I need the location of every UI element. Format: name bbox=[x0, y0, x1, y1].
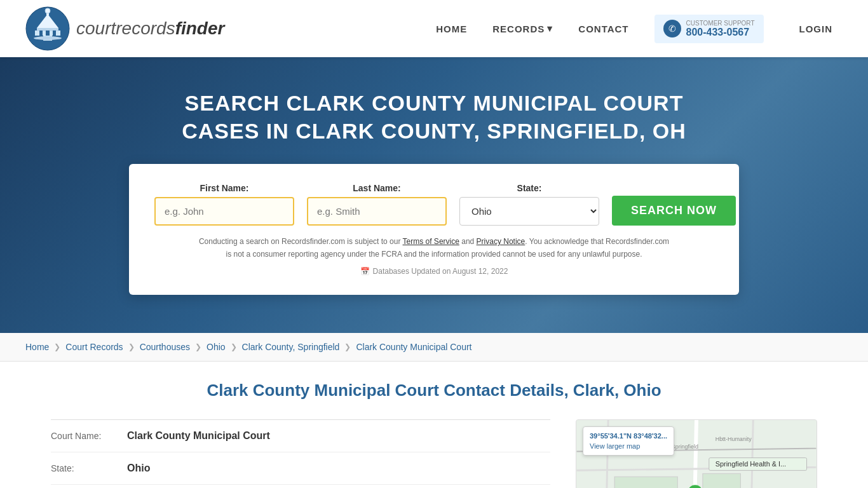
breadcrumb: Home ❯ Court Records ❯ Courthouses ❯ Ohi… bbox=[0, 333, 868, 362]
support-box: ✆ CUSTOMER SUPPORT 800-433-0567 bbox=[654, 15, 764, 43]
svg-point-7 bbox=[45, 8, 50, 13]
search-button[interactable]: SEARCH NOW bbox=[612, 196, 736, 226]
breadcrumb-ohio[interactable]: Ohio bbox=[207, 342, 226, 352]
svg-rect-9 bbox=[46, 30, 50, 36]
logo-area: courtrecordsfinder bbox=[25, 6, 436, 51]
support-phone[interactable]: 800-433-0567 bbox=[686, 27, 750, 37]
svg-rect-21 bbox=[614, 477, 677, 488]
chevron-down-icon: ▾ bbox=[547, 23, 553, 34]
header: courtrecordsfinder HOME RECORDS ▾ CONTAC… bbox=[0, 0, 868, 57]
hero-title: SEARCH CLARK COUNTY MUNICIPAL COURT CASE… bbox=[180, 89, 688, 145]
search-disclaimer: Conducting a search on Recordsfinder.com… bbox=[196, 236, 672, 260]
db-updated-text: Databases Updated on August 12, 2022 bbox=[373, 267, 508, 276]
svg-point-11 bbox=[34, 36, 62, 40]
svg-rect-22 bbox=[703, 473, 741, 488]
breadcrumb-home[interactable]: Home bbox=[25, 342, 49, 352]
logo-icon bbox=[25, 6, 70, 51]
support-label: CUSTOMER SUPPORT bbox=[686, 20, 755, 27]
breadcrumb-sep-2: ❯ bbox=[128, 342, 135, 351]
breadcrumb-courthouses[interactable]: Courthouses bbox=[140, 342, 190, 352]
state-detail-value: Ohio bbox=[127, 463, 150, 474]
main-content: Clark County Municipal Court Contact Det… bbox=[0, 362, 868, 488]
view-larger-map-link[interactable]: View larger map bbox=[590, 442, 640, 450]
breadcrumb-clark-county[interactable]: Clark County, Springfield bbox=[242, 342, 340, 352]
nav-home[interactable]: HOME bbox=[436, 24, 467, 34]
last-name-field-group: Last Name: bbox=[307, 183, 447, 226]
nav-records[interactable]: RECORDS ▾ bbox=[492, 23, 553, 34]
state-row: State: Ohio bbox=[51, 452, 550, 485]
court-name-label: Court Name: bbox=[51, 431, 121, 441]
last-name-label: Last Name: bbox=[307, 183, 447, 193]
nav-login[interactable]: LOGIN bbox=[789, 18, 843, 39]
first-name-field-group: First Name: bbox=[154, 183, 294, 226]
logo-text: courtrecordsfinder bbox=[76, 18, 224, 39]
logo-regular-text: courtrecords bbox=[76, 18, 175, 38]
last-name-input[interactable] bbox=[307, 197, 447, 226]
main-nav: HOME RECORDS ▾ CONTACT ✆ CUSTOMER SUPPOR… bbox=[436, 15, 843, 43]
section-title: Clark County Municipal Court Contact Det… bbox=[51, 381, 817, 400]
state-label: State: bbox=[459, 183, 599, 193]
headphone-icon: ✆ bbox=[663, 20, 681, 37]
support-text: CUSTOMER SUPPORT 800-433-0567 bbox=[686, 20, 755, 38]
map-coords: 39°55'34.1"N 83°48'32... bbox=[590, 432, 667, 440]
breadcrumb-court-records[interactable]: Court Records bbox=[65, 342, 123, 352]
details-map-row: Court Name: Clark County Municipal Court… bbox=[51, 419, 817, 488]
search-fields: First Name: Last Name: State: Ohio Alaba… bbox=[154, 183, 714, 226]
calendar-icon: 📅 bbox=[360, 267, 370, 276]
hero-section: SEARCH CLARK COUNTY MUNICIPAL COURT CASE… bbox=[0, 57, 868, 333]
court-name-row: Court Name: Clark County Municipal Court bbox=[51, 420, 550, 452]
breadcrumb-sep-4: ❯ bbox=[231, 342, 237, 351]
state-detail-label: State: bbox=[51, 463, 121, 473]
state-field-group: State: Ohio Alabama Alaska Arizona Arkan… bbox=[459, 183, 599, 226]
details-table: Court Name: Clark County Municipal Court… bbox=[51, 419, 550, 485]
tos-link[interactable]: Terms of Service bbox=[403, 237, 459, 246]
first-name-input[interactable] bbox=[154, 197, 294, 226]
svg-rect-10 bbox=[53, 30, 56, 36]
map-area: Springfield Health & I... E North St Uni… bbox=[576, 419, 817, 488]
nav-records-label: RECORDS bbox=[492, 24, 545, 34]
nav-contact[interactable]: CONTACT bbox=[578, 24, 628, 34]
map-tooltip: 39°55'34.1"N 83°48'32... View larger map bbox=[583, 426, 674, 456]
breadcrumb-sep-1: ❯ bbox=[54, 342, 60, 351]
svg-rect-8 bbox=[39, 30, 43, 36]
state-select[interactable]: Ohio Alabama Alaska Arizona Arkansas Cal… bbox=[459, 197, 599, 226]
svg-text:Springfield Health & I...: Springfield Health & I... bbox=[715, 460, 786, 468]
hero-content: SEARCH CLARK COUNTY MUNICIPAL COURT CASE… bbox=[25, 89, 843, 295]
breadcrumb-current: Clark County Municipal Court bbox=[356, 342, 471, 352]
db-updated: 📅 Databases Updated on August 12, 2022 bbox=[154, 267, 714, 276]
search-box: First Name: Last Name: State: Ohio Alaba… bbox=[129, 164, 739, 294]
logo-bold-text: finder bbox=[175, 18, 225, 38]
first-name-label: First Name: bbox=[154, 183, 294, 193]
breadcrumb-sep-3: ❯ bbox=[195, 342, 201, 351]
breadcrumb-sep-5: ❯ bbox=[344, 342, 351, 351]
court-name-value: Clark County Municipal Court bbox=[127, 430, 270, 442]
privacy-link[interactable]: Privacy Notice bbox=[477, 237, 526, 246]
svg-text:Hbtt-Humanity: Hbtt-Humanity bbox=[715, 435, 752, 442]
